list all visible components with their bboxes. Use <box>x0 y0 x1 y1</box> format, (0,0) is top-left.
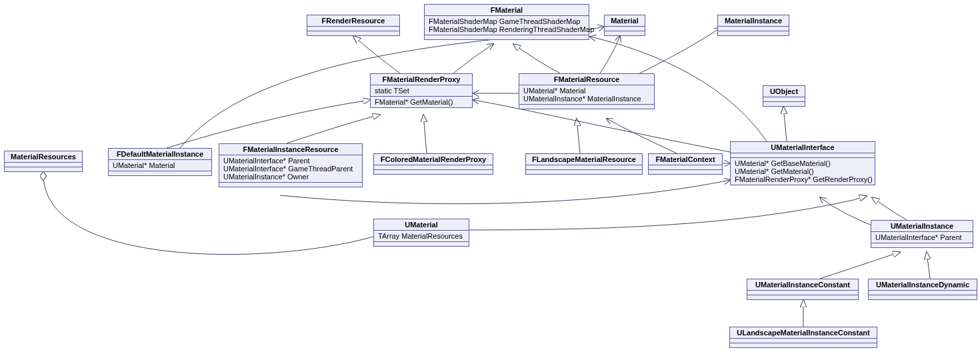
class-title: FColoredMaterialRenderProxy <box>374 154 493 165</box>
op: FMaterial* GetMaterial() <box>375 98 468 106</box>
class-FRenderResource: FRenderResource <box>307 15 400 36</box>
class-title: MaterialResources <box>5 151 82 163</box>
attr: static TSet <box>375 87 468 95</box>
class-FMaterial: FMaterial FMaterialShaderMap GameThreadS… <box>424 4 589 40</box>
attr: FMaterialShaderMap GameThreadShaderMap <box>429 17 585 25</box>
attr: UMaterialInterface* GameThreadParent <box>223 165 358 173</box>
attr: UMaterialInstance* Owner <box>223 173 358 181</box>
class-Material: Material <box>604 15 645 36</box>
class-title: ULandscapeMaterialInstanceConstant <box>730 327 877 339</box>
class-MaterialResources: MaterialResources <box>4 151 83 172</box>
class-title: FMaterialRenderProxy <box>371 74 472 85</box>
class-title: UMaterialInstanceConstant <box>747 279 858 291</box>
class-UMaterialInterface: UMaterialInterface UMaterial* GetBaseMat… <box>730 141 875 185</box>
class-title: UMaterialInstance <box>871 221 973 232</box>
attr: UMaterialInstance* MaterialInstance <box>523 95 650 103</box>
class-FMaterialInstanceResource: FMaterialInstanceResource UMaterialInter… <box>219 143 363 187</box>
class-title: UMaterialInstanceDynamic <box>869 279 977 291</box>
class-title: Material <box>605 15 645 27</box>
class-title: FMaterialInstanceResource <box>219 144 362 155</box>
attr: UMaterialInterface* Parent <box>223 157 358 165</box>
class-FMaterialContext: FMaterialContext <box>648 153 723 175</box>
class-FDefaultMaterialInstance: FDefaultMaterialInstance UMaterial* Mate… <box>108 148 212 176</box>
class-MaterialInstance: MaterialInstance <box>717 15 789 36</box>
class-UMaterial: UMaterial TArray MaterialResources <box>373 219 469 247</box>
op: FMaterialRenderProxy* GetRenderProxy() <box>735 175 871 183</box>
class-title: FMaterialContext <box>649 154 722 165</box>
class-UMaterialInstanceConstant: UMaterialInstanceConstant <box>747 279 859 300</box>
class-FMaterialRenderProxy: FMaterialRenderProxy static TSet FMateri… <box>370 73 473 108</box>
attr: TArray MaterialResources <box>378 232 465 240</box>
op: UMaterial* GetMaterial() <box>735 167 871 175</box>
class-title: UObject <box>763 86 805 97</box>
class-FLandscapeMaterialResource: FLandscapeMaterialResource <box>525 153 643 175</box>
class-FMaterialResource: FMaterialResource UMaterial* Material UM… <box>519 73 655 109</box>
class-title: FDefaultMaterialInstance <box>109 149 211 160</box>
class-title: UMaterialInterface <box>731 142 875 153</box>
class-UMaterialInstanceDynamic: UMaterialInstanceDynamic <box>868 279 977 300</box>
attr: FMaterialShaderMap RenderingThreadShader… <box>429 25 585 33</box>
op: UMaterial* GetBaseMaterial() <box>735 159 871 167</box>
class-UMaterialInstance: UMaterialInstance UMaterialInterface* Pa… <box>871 220 973 248</box>
attr: UMaterial* Material <box>523 87 650 95</box>
class-title: MaterialInstance <box>718 15 789 27</box>
class-title: FMaterial <box>425 5 589 16</box>
class-title: UMaterial <box>374 219 469 231</box>
class-UObject: UObject <box>763 85 805 107</box>
class-title: FLandscapeMaterialResource <box>526 154 642 165</box>
class-title: FMaterialResource <box>519 74 654 85</box>
attr: UMaterialInterface* Parent <box>875 233 969 241</box>
class-title: FRenderResource <box>307 15 399 27</box>
attr: UMaterial* Material <box>113 161 207 169</box>
class-FColoredMaterialRenderProxy: FColoredMaterialRenderProxy <box>373 153 493 175</box>
class-ULandscapeMaterialInstanceConstant: ULandscapeMaterialInstanceConstant <box>729 327 877 348</box>
